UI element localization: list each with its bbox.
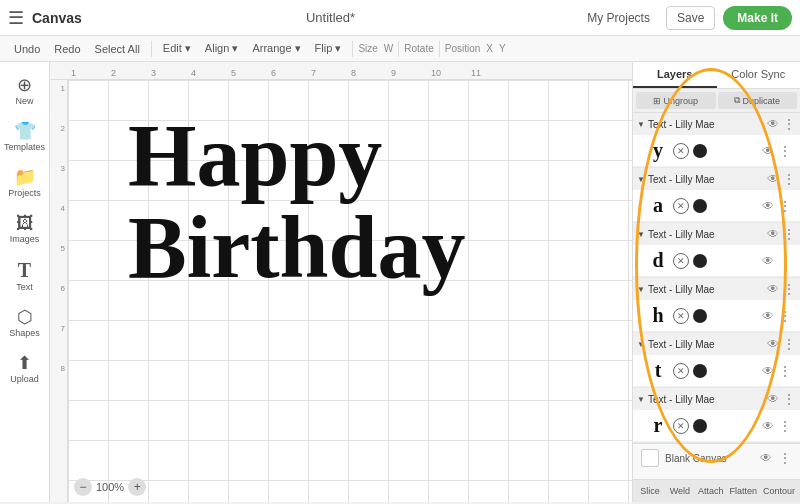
shapes-icon: ⬡ [17,308,33,326]
color-swatch-1[interactable] [693,144,707,158]
layer-item-3: d ✕ 👁 ⋮ [633,245,800,277]
layer-group-4: ▼ Text - Lilly Mae 👁 ⋮ h ✕ 👁 ⋮ [633,278,800,333]
blank-canvas-dots[interactable]: ⋮ [778,450,792,466]
sidebar-label-shapes: Shapes [9,328,40,338]
eye-icon-5[interactable]: 👁 [767,337,779,351]
layer-eye-6[interactable]: 👁 [762,419,774,433]
layer-header-6[interactable]: ▼ Text - Lilly Mae 👁 ⋮ [633,388,800,410]
separator2 [352,41,353,57]
text-line1: Happy [128,110,465,202]
sidebar-item-templates[interactable]: 👕 Templates [2,116,48,158]
layer-header-4[interactable]: ▼ Text - Lilly Mae 👁 ⋮ [633,278,800,300]
edit-button[interactable]: Edit ▾ [157,40,197,57]
layer-header-5[interactable]: ▼ Text - Lilly Mae 👁 ⋮ [633,333,800,355]
color-swatch-4[interactable] [693,309,707,323]
color-swatch-5[interactable] [693,364,707,378]
unlink-icon-6[interactable]: ✕ [673,418,689,434]
sidebar-item-projects[interactable]: 📁 Projects [2,162,48,204]
redo-button[interactable]: Redo [48,41,86,57]
sidebar-label-projects: Projects [8,188,41,198]
layer-eye-5[interactable]: 👁 [762,364,774,378]
layer-header-2[interactable]: ▼ Text - Lilly Mae 👁 ⋮ [633,168,800,190]
slice-button[interactable]: Slice [636,483,664,499]
unlink-icon-1[interactable]: ✕ [673,143,689,159]
eye-icon-4[interactable]: 👁 [767,282,779,296]
attach-button[interactable]: Attach [696,483,726,499]
arrange-button[interactable]: Arrange ▾ [246,40,306,57]
blank-canvas-eye[interactable]: 👁 [760,451,772,465]
weld-button[interactable]: Weld [666,483,694,499]
ruler-top: 1 2 3 4 5 6 7 8 9 10 11 [50,62,632,80]
layer-dots-4[interactable]: ⋮ [778,308,792,324]
flip-button[interactable]: Flip ▾ [309,40,348,57]
layer-dots-5[interactable]: ⋮ [778,363,792,379]
projects-icon: 📁 [14,168,36,186]
ruler-left: 1 2 3 4 5 6 7 8 [50,80,68,502]
eye-icon-6[interactable]: 👁 [767,392,779,406]
unlink-icon-4[interactable]: ✕ [673,308,689,324]
eye-icon-3[interactable]: 👁 [767,227,779,241]
more-icon-6[interactable]: ⋮ [782,391,796,407]
unlink-icon-2[interactable]: ✕ [673,198,689,214]
layer-eye-2[interactable]: 👁 [762,199,774,213]
flatten-button[interactable]: Flatten [727,483,759,499]
app-title: Canvas [32,10,82,26]
more-icon-3[interactable]: ⋮ [782,226,796,242]
sidebar-item-upload[interactable]: ⬆ Upload [2,348,48,390]
sidebar-item-shapes[interactable]: ⬡ Shapes [2,302,48,344]
layer-dots-6[interactable]: ⋮ [778,418,792,434]
canvas-content[interactable]: Happy Birthday [68,80,632,502]
separator1 [151,41,152,57]
images-icon: 🖼 [16,214,34,232]
eye-icon-2[interactable]: 👁 [767,172,779,186]
more-icon-1[interactable]: ⋮ [782,116,796,132]
layer-eye-1[interactable]: 👁 [762,144,774,158]
contour-button[interactable]: Contour [761,483,797,499]
layer-dots-2[interactable]: ⋮ [778,198,792,214]
color-swatch-6[interactable] [693,419,707,433]
layer-char-4: h [647,304,669,327]
layer-eye-3[interactable]: 👁 [762,254,774,268]
more-icon-2[interactable]: ⋮ [782,171,796,187]
layer-char-2: a [647,194,669,217]
canvas-text[interactable]: Happy Birthday [128,110,465,295]
layer-item-2: a ✕ 👁 ⋮ [633,190,800,222]
unlink-icon-5[interactable]: ✕ [673,363,689,379]
ungroup-button[interactable]: ⊞ Ungroup [636,92,716,109]
more-icon-4[interactable]: ⋮ [782,281,796,297]
panel-tabs: Layers Color Sync [633,62,800,89]
make-it-button[interactable]: Make It [723,6,792,30]
chevron-icon-6: ▼ [637,395,645,404]
more-icon-5[interactable]: ⋮ [782,336,796,352]
tab-layers[interactable]: Layers [633,62,717,88]
sidebar-item-images[interactable]: 🖼 Images [2,208,48,250]
save-button[interactable]: Save [666,6,715,30]
eye-icon-1[interactable]: 👁 [767,117,779,131]
sidebar-item-new[interactable]: ⊕ New [2,70,48,112]
sidebar-item-text[interactable]: T Text [2,254,48,298]
canvas-area[interactable]: 1 2 3 4 5 6 7 8 9 10 11 1 2 3 4 5 6 7 8 [50,62,632,502]
align-button[interactable]: Align ▾ [199,40,245,57]
layer-dots-3[interactable]: ⋮ [778,253,792,269]
undo-button[interactable]: Undo [8,41,46,57]
zoom-in-button[interactable]: + [128,478,146,496]
my-projects-button[interactable]: My Projects [579,7,658,29]
duplicate-button[interactable]: ⧉ Duplicate [718,92,798,109]
size-label: Size [358,43,377,54]
color-swatch-2[interactable] [693,199,707,213]
layer-header-3[interactable]: ▼ Text - Lilly Mae 👁 ⋮ [633,223,800,245]
color-swatch-3[interactable] [693,254,707,268]
layer-item-4: h ✕ 👁 ⋮ [633,300,800,332]
hamburger-icon[interactable]: ☰ [8,7,24,29]
layer-char-6: r [647,414,669,437]
tab-color-sync[interactable]: Color Sync [717,62,801,88]
doc-title: Untitled* [306,10,355,25]
layer-char-3: d [647,249,669,272]
zoom-out-button[interactable]: − [74,478,92,496]
select-all-button[interactable]: Select All [89,41,146,57]
layer-header-1[interactable]: ▼ Text - Lilly Mae 👁 ⋮ [633,113,800,135]
layer-dots-1[interactable]: ⋮ [778,143,792,159]
layer-eye-4[interactable]: 👁 [762,309,774,323]
unlink-icon-3[interactable]: ✕ [673,253,689,269]
layer-title-6: Text - Lilly Mae [648,394,764,405]
